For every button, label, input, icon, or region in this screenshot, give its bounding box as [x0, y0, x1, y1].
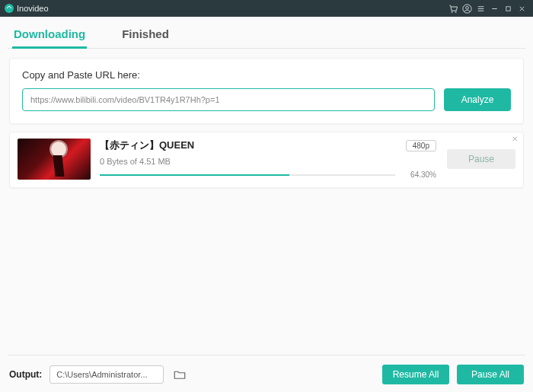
svg-point-0: [452, 11, 452, 12]
window-minimize-icon[interactable]: [487, 4, 501, 14]
svg-rect-4: [506, 6, 509, 10]
output-path-input[interactable]: [49, 365, 164, 384]
window-maximize-icon[interactable]: [501, 4, 515, 14]
output-label: Output:: [9, 369, 42, 380]
download-title: 【赤ティン】QUEEN: [100, 139, 400, 152]
progress-bar-fill: [100, 174, 289, 176]
brand: Inovideo: [5, 4, 49, 13]
download-item: ✕ 【赤ティン】QUEEN 480p 0 Bytes of 4.51 MB 64…: [9, 132, 524, 188]
tabs: Downloading Finished: [8, 17, 525, 49]
svg-point-3: [465, 6, 468, 9]
footer: Output: Resume All Pause All: [8, 355, 525, 392]
cart-icon[interactable]: [446, 3, 460, 14]
account-icon[interactable]: [460, 3, 474, 14]
url-card: Copy and Paste URL here: Analyze: [9, 58, 524, 124]
menu-icon[interactable]: [474, 4, 487, 14]
pause-all-button[interactable]: Pause All: [457, 365, 524, 384]
remove-download-button[interactable]: ✕: [511, 135, 519, 143]
url-label: Copy and Paste URL here:: [22, 69, 511, 81]
video-thumbnail: [18, 139, 91, 180]
svg-point-1: [455, 11, 456, 12]
app-name: Inovideo: [17, 4, 49, 13]
tab-finished[interactable]: Finished: [122, 27, 169, 48]
analyze-button[interactable]: Analyze: [444, 88, 511, 111]
progress-bar: [100, 174, 395, 176]
app-logo-icon: [5, 4, 14, 13]
quality-badge: 480p: [406, 140, 436, 151]
progress-percent: 64.30%: [401, 171, 436, 179]
window-close-icon[interactable]: [515, 4, 528, 14]
browse-folder-button[interactable]: [171, 366, 188, 383]
tab-downloading[interactable]: Downloading: [14, 27, 85, 48]
url-input[interactable]: [22, 88, 435, 111]
folder-icon: [173, 368, 187, 381]
pause-button[interactable]: Pause: [447, 149, 515, 169]
download-size: 0 Bytes of 4.51 MB: [100, 157, 436, 166]
title-bar: Inovideo: [0, 0, 533, 17]
resume-all-button[interactable]: Resume All: [382, 365, 449, 384]
